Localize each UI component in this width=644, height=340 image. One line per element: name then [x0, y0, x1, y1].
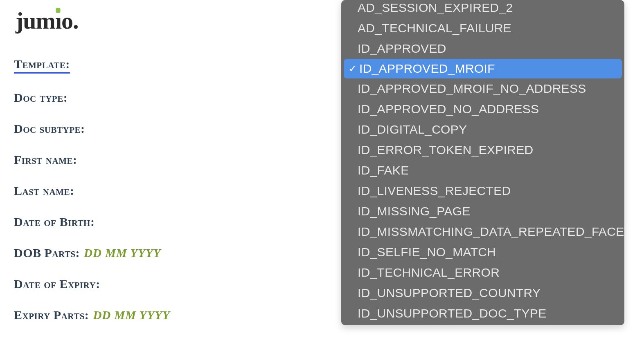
dropdown-option[interactable]: ID_UNSUPPORTED_DOC_TYPE	[341, 303, 624, 324]
dropdown-option-label: ID_SELFIE_NO_MATCH	[358, 245, 496, 259]
dropdown-option-label: ID_APPROVED_NO_ADDRESS	[358, 102, 539, 116]
first-name-row: First name:	[14, 153, 170, 167]
dropdown-option[interactable]: ID_TECHNICAL_ERROR	[341, 262, 624, 283]
jumio-logo: jumıo.	[16, 9, 79, 33]
dropdown-option-label: ID_APPROVED_MROIF	[359, 62, 495, 76]
last-name-row: Last name:	[14, 184, 170, 198]
dropdown-option[interactable]: ID_APPROVED_NO_ADDRESS	[341, 99, 624, 119]
dropdown-option[interactable]: ID_MISSMATCHING_DATA_REPEATED_FACE	[341, 221, 624, 242]
form-column: Template: Doc type: Doc subtype: First n…	[14, 57, 170, 339]
dropdown-option[interactable]: ID_LIVENESS_REJECTED	[341, 181, 624, 201]
expiry-parts-hint: DD MM YYYY	[93, 309, 170, 322]
dropdown-option-label: AD_SESSION_EXPIRED_2	[358, 1, 513, 15]
dob-parts-row: DOB Parts: DD MM YYYY	[14, 246, 170, 260]
template-label: Template:	[14, 57, 70, 74]
dob-label: Date of Birth:	[14, 215, 95, 229]
page: jumıo. Template: Doc type: Doc subtype: …	[0, 0, 644, 340]
first-name-label: First name:	[14, 153, 77, 167]
template-dropdown[interactable]: AD_SESSION_EXPIRED_2AD_TECHNICAL_FAILURE…	[341, 0, 624, 325]
dropdown-option[interactable]: AD_SESSION_EXPIRED_2	[341, 0, 624, 18]
dropdown-option-label: ID_TECHNICAL_ERROR	[358, 266, 500, 280]
expiry-row: Date of Expiry:	[14, 277, 170, 291]
dropdown-option[interactable]: ID_SELFIE_NO_MATCH	[341, 242, 624, 262]
dropdown-option-label: ID_DIGITAL_COPY	[358, 123, 467, 136]
logo-text-i: ı	[55, 9, 61, 33]
dropdown-option-label: ID_APPROVED	[358, 42, 446, 56]
doc-subtype-row: Doc subtype:	[14, 122, 170, 136]
dob-parts-label: DOB Parts:	[14, 246, 80, 260]
dob-parts-hint: DD MM YYYY	[84, 246, 161, 260]
check-icon: ✓	[348, 63, 358, 74]
dropdown-option[interactable]: ID_ERROR_TOKEN_EXPIRED	[341, 140, 624, 160]
logo-period: .	[73, 7, 79, 34]
dropdown-option-label: ID_MISSMATCHING_DATA_REPEATED_FACE	[358, 225, 624, 239]
doc-subtype-label: Doc subtype:	[14, 122, 85, 136]
dropdown-option[interactable]: AD_TECHNICAL_FAILURE	[341, 18, 624, 38]
doc-type-label: Doc type:	[14, 91, 68, 105]
dropdown-option[interactable]: ID_FAKE	[341, 160, 624, 181]
logo-text-part1: jum	[16, 7, 55, 34]
dropdown-option[interactable]: ID_APPROVED	[341, 38, 624, 59]
expiry-label: Date of Expiry:	[14, 277, 100, 291]
dropdown-option[interactable]: ID_MISSING_PAGE	[341, 201, 624, 221]
last-name-label: Last name:	[14, 184, 74, 198]
expiry-parts-label: Expiry Parts:	[14, 308, 89, 322]
dropdown-option[interactable]: ✓ID_APPROVED_MROIF	[344, 59, 622, 78]
dropdown-option[interactable]: ID_UNSUPPORTED_COUNTRY	[341, 283, 624, 303]
logo-text-part2: o	[61, 7, 73, 34]
dropdown-option-label: ID_FAKE	[358, 163, 409, 177]
doc-type-row: Doc type:	[14, 91, 170, 105]
dropdown-option-label: ID_APPROVED_MROIF_NO_ADDRESS	[358, 82, 586, 96]
dropdown-option-label: ID_LIVENESS_REJECTED	[358, 184, 511, 198]
dropdown-option[interactable]: ID_APPROVED_MROIF_NO_ADDRESS	[341, 78, 624, 99]
dropdown-option-label: ID_ERROR_TOKEN_EXPIRED	[358, 143, 534, 157]
dob-row: Date of Birth:	[14, 215, 170, 229]
dropdown-option-label: ID_UNSUPPORTED_DOC_TYPE	[358, 306, 546, 320]
template-row: Template:	[14, 57, 170, 74]
dropdown-option-label: AD_TECHNICAL_FAILURE	[358, 21, 511, 35]
dropdown-option-label: ID_UNSUPPORTED_COUNTRY	[358, 286, 540, 300]
dropdown-option[interactable]: ID_DIGITAL_COPY	[341, 119, 624, 140]
dropdown-option-label: ID_MISSING_PAGE	[358, 204, 471, 218]
expiry-parts-row: Expiry Parts: DD MM YYYY	[14, 308, 170, 322]
